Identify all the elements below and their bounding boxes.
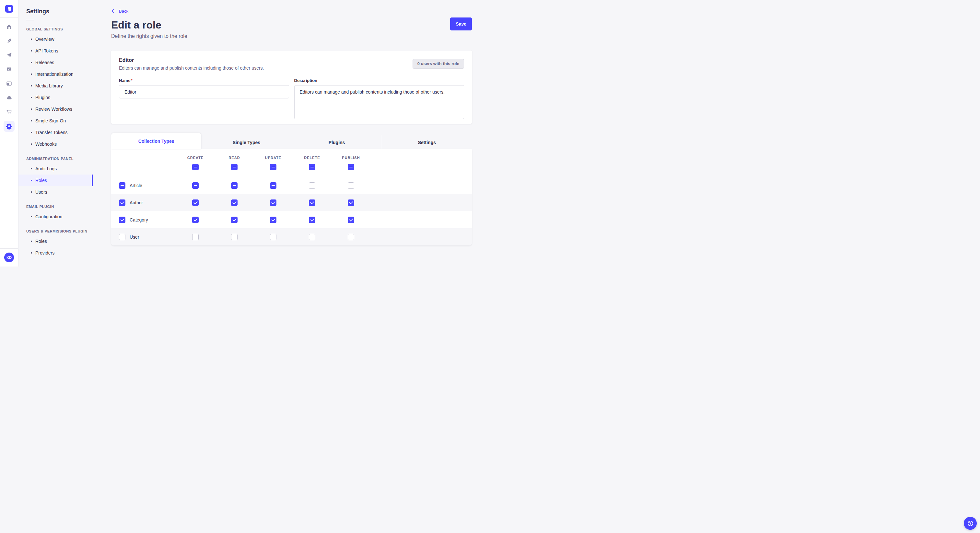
sidebar-item-audit-logs[interactable]: Audit Logs — [19, 163, 93, 174]
name-field[interactable] — [119, 85, 289, 98]
category-publish-checkbox[interactable] — [348, 217, 354, 223]
sidebar-item-configuration[interactable]: Configuration — [19, 211, 93, 222]
subnav-title: Settings — [19, 8, 93, 15]
sidebar-item-api-tokens[interactable]: API Tokens — [19, 45, 93, 57]
bullet-icon — [31, 180, 32, 181]
main-nav-rail: KD — [0, 0, 19, 266]
column-read: READ — [215, 156, 254, 170]
author-create-checkbox[interactable] — [192, 200, 199, 206]
name-field-group: Name* — [119, 78, 289, 121]
page-title: Edit a role — [111, 19, 472, 31]
author-update-checkbox[interactable] — [270, 200, 277, 206]
layout-icon[interactable] — [6, 80, 12, 87]
user-delete-checkbox[interactable] — [309, 234, 315, 240]
column-update: UPDATE — [254, 156, 293, 170]
strapi-logo[interactable] — [5, 5, 13, 13]
category-read-checkbox[interactable] — [231, 217, 237, 223]
row-select-checkbox[interactable] — [119, 217, 126, 223]
bullet-icon — [31, 143, 32, 145]
tab-collection-types[interactable]: Collection Types — [111, 133, 201, 149]
sidebar-item-transfer-tokens[interactable]: Transfer Tokens — [19, 127, 93, 138]
sidebar-item-label: Roles — [35, 239, 47, 244]
author-delete-checkbox[interactable] — [309, 200, 315, 206]
sidebar-item-overview[interactable]: Overview — [19, 33, 93, 45]
cart-icon[interactable] — [6, 109, 12, 115]
select-all-create-checkbox[interactable] — [192, 164, 199, 170]
sidebar-item-review-workflows[interactable]: Review Workflows — [19, 103, 93, 115]
author-publish-checkbox[interactable] — [348, 200, 354, 206]
row-label: User — [130, 235, 139, 240]
role-details-card: Editor Editors can manage and publish co… — [111, 51, 472, 124]
bullet-icon — [31, 62, 32, 63]
author-read-checkbox[interactable] — [231, 200, 237, 206]
app-root: KD Settings GLOBAL SETTINGS Overview API… — [0, 0, 490, 266]
sidebar-item-single-sign-on[interactable]: Single Sign-On — [19, 115, 93, 127]
sidebar-item-up-roles[interactable]: Roles — [19, 235, 93, 247]
permissions-table: CREATE READ UPDATE DELETE — [111, 149, 472, 246]
sidebar-item-media-library[interactable]: Media Library — [19, 80, 93, 92]
column-label: READ — [229, 156, 240, 160]
user-publish-checkbox[interactable] — [348, 234, 354, 240]
row-select-checkbox[interactable] — [119, 182, 126, 189]
description-field[interactable]: Editors can manage and publish contents … — [294, 85, 465, 119]
table-row-article: Article — [111, 177, 472, 194]
rail-bottom: KD — [0, 248, 18, 266]
user-avatar[interactable]: KD — [4, 252, 14, 262]
bullet-icon — [31, 168, 32, 169]
sidebar-item-plugins[interactable]: Plugins — [19, 92, 93, 103]
tab-settings[interactable]: Settings — [382, 135, 472, 149]
bullet-icon — [31, 73, 32, 75]
section-label: GLOBAL SETTINGS — [26, 27, 93, 31]
back-link[interactable]: Back — [111, 8, 128, 14]
save-button[interactable]: Save — [450, 17, 472, 30]
user-create-checkbox[interactable] — [192, 234, 199, 240]
select-all-publish-checkbox[interactable] — [348, 164, 354, 170]
row-select-checkbox[interactable] — [119, 234, 126, 240]
bullet-icon — [31, 38, 32, 40]
bullet-icon — [31, 85, 32, 86]
home-icon[interactable] — [6, 23, 12, 30]
main-content: Back Edit a role Define the rights given… — [93, 0, 490, 266]
category-delete-checkbox[interactable] — [309, 217, 315, 223]
gear-icon[interactable] — [3, 121, 14, 132]
column-delete: DELETE — [293, 156, 331, 170]
column-create: CREATE — [176, 156, 215, 170]
name-field-label: Name* — [119, 78, 289, 83]
row-select-checkbox[interactable] — [119, 200, 126, 206]
select-all-read-checkbox[interactable] — [231, 164, 237, 170]
subnav-section-users-permissions: USERS & PERMISSIONS PLUGIN Roles Provide… — [19, 229, 93, 259]
category-create-checkbox[interactable] — [192, 217, 199, 223]
tab-single-types[interactable]: Single Types — [201, 135, 291, 149]
article-delete-checkbox[interactable] — [309, 182, 315, 189]
article-read-checkbox[interactable] — [231, 182, 237, 189]
sidebar-item-label: Configuration — [35, 214, 62, 219]
subnav-title-divider — [26, 20, 34, 21]
article-update-checkbox[interactable] — [270, 182, 277, 189]
sidebar-item-label: Audit Logs — [35, 166, 57, 171]
user-read-checkbox[interactable] — [231, 234, 237, 240]
feather-icon[interactable] — [6, 38, 12, 44]
article-create-checkbox[interactable] — [192, 182, 199, 189]
sidebar-item-roles[interactable]: Roles — [19, 174, 93, 186]
media-icon[interactable] — [6, 66, 12, 73]
sidebar-item-label: Overview — [35, 36, 54, 42]
category-update-checkbox[interactable] — [270, 217, 277, 223]
section-label: ADMINISTRATION PANEL — [26, 157, 93, 160]
bullet-icon — [31, 216, 32, 217]
select-all-update-checkbox[interactable] — [270, 164, 277, 170]
sidebar-item-label: Roles — [35, 178, 47, 183]
cloud-icon[interactable] — [6, 95, 12, 101]
bullet-icon — [31, 97, 32, 98]
row-label: Article — [130, 183, 142, 188]
select-all-delete-checkbox[interactable] — [309, 164, 315, 170]
sidebar-item-internationalization[interactable]: Internationalization — [19, 68, 93, 80]
tab-plugins[interactable]: Plugins — [292, 135, 382, 149]
column-label: DELETE — [304, 156, 320, 160]
sidebar-item-webhooks[interactable]: Webhooks — [19, 138, 93, 150]
sidebar-item-users[interactable]: Users — [19, 186, 93, 198]
article-publish-checkbox[interactable] — [348, 182, 354, 189]
send-icon[interactable] — [6, 52, 12, 58]
sidebar-item-releases[interactable]: Releases — [19, 57, 93, 68]
sidebar-item-providers[interactable]: Providers — [19, 247, 93, 259]
user-update-checkbox[interactable] — [270, 234, 277, 240]
